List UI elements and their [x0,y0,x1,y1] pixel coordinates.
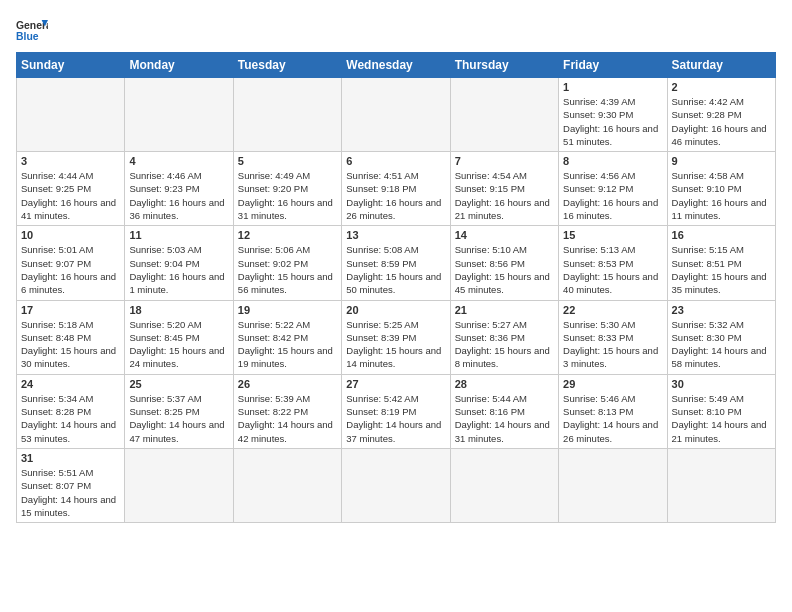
calendar-cell: 19Sunrise: 5:22 AMSunset: 8:42 PMDayligh… [233,300,341,374]
calendar-cell: 6Sunrise: 4:51 AMSunset: 9:18 PMDaylight… [342,152,450,226]
day-info: Sunrise: 4:58 AMSunset: 9:10 PMDaylight:… [672,169,771,222]
calendar-week-3: 10Sunrise: 5:01 AMSunset: 9:07 PMDayligh… [17,226,776,300]
calendar-cell: 14Sunrise: 5:10 AMSunset: 8:56 PMDayligh… [450,226,558,300]
weekday-header-monday: Monday [125,53,233,78]
day-number: 29 [563,378,662,390]
calendar-cell: 1Sunrise: 4:39 AMSunset: 9:30 PMDaylight… [559,78,667,152]
calendar-cell: 30Sunrise: 5:49 AMSunset: 8:10 PMDayligh… [667,374,775,448]
day-number: 23 [672,304,771,316]
day-number: 6 [346,155,445,167]
calendar-cell: 11Sunrise: 5:03 AMSunset: 9:04 PMDayligh… [125,226,233,300]
calendar-cell: 12Sunrise: 5:06 AMSunset: 9:02 PMDayligh… [233,226,341,300]
day-number: 11 [129,229,228,241]
logo-icon: General Blue [16,16,48,44]
calendar-cell: 9Sunrise: 4:58 AMSunset: 9:10 PMDaylight… [667,152,775,226]
calendar-cell: 20Sunrise: 5:25 AMSunset: 8:39 PMDayligh… [342,300,450,374]
calendar-cell [450,448,558,522]
day-info: Sunrise: 5:08 AMSunset: 8:59 PMDaylight:… [346,243,445,296]
calendar-cell: 2Sunrise: 4:42 AMSunset: 9:28 PMDaylight… [667,78,775,152]
day-info: Sunrise: 5:30 AMSunset: 8:33 PMDaylight:… [563,318,662,371]
calendar-cell: 28Sunrise: 5:44 AMSunset: 8:16 PMDayligh… [450,374,558,448]
day-number: 5 [238,155,337,167]
calendar-cell: 16Sunrise: 5:15 AMSunset: 8:51 PMDayligh… [667,226,775,300]
day-number: 7 [455,155,554,167]
calendar-week-1: 1Sunrise: 4:39 AMSunset: 9:30 PMDaylight… [17,78,776,152]
day-number: 9 [672,155,771,167]
weekday-header-wednesday: Wednesday [342,53,450,78]
day-info: Sunrise: 5:37 AMSunset: 8:25 PMDaylight:… [129,392,228,445]
day-info: Sunrise: 5:49 AMSunset: 8:10 PMDaylight:… [672,392,771,445]
weekday-header-friday: Friday [559,53,667,78]
weekday-header-sunday: Sunday [17,53,125,78]
day-number: 27 [346,378,445,390]
day-info: Sunrise: 4:42 AMSunset: 9:28 PMDaylight:… [672,95,771,148]
calendar-cell: 31Sunrise: 5:51 AMSunset: 8:07 PMDayligh… [17,448,125,522]
calendar-cell: 22Sunrise: 5:30 AMSunset: 8:33 PMDayligh… [559,300,667,374]
day-info: Sunrise: 4:54 AMSunset: 9:15 PMDaylight:… [455,169,554,222]
weekday-header-tuesday: Tuesday [233,53,341,78]
day-number: 21 [455,304,554,316]
calendar-cell [125,448,233,522]
day-info: Sunrise: 5:51 AMSunset: 8:07 PMDaylight:… [21,466,120,519]
day-info: Sunrise: 5:10 AMSunset: 8:56 PMDaylight:… [455,243,554,296]
day-info: Sunrise: 5:15 AMSunset: 8:51 PMDaylight:… [672,243,771,296]
weekday-header-thursday: Thursday [450,53,558,78]
day-number: 31 [21,452,120,464]
calendar-week-2: 3Sunrise: 4:44 AMSunset: 9:25 PMDaylight… [17,152,776,226]
day-info: Sunrise: 5:39 AMSunset: 8:22 PMDaylight:… [238,392,337,445]
calendar-week-6: 31Sunrise: 5:51 AMSunset: 8:07 PMDayligh… [17,448,776,522]
day-number: 20 [346,304,445,316]
day-number: 15 [563,229,662,241]
calendar-cell [233,78,341,152]
day-info: Sunrise: 5:03 AMSunset: 9:04 PMDaylight:… [129,243,228,296]
day-info: Sunrise: 5:13 AMSunset: 8:53 PMDaylight:… [563,243,662,296]
svg-text:Blue: Blue [16,31,39,42]
day-number: 25 [129,378,228,390]
day-info: Sunrise: 4:44 AMSunset: 9:25 PMDaylight:… [21,169,120,222]
day-number: 26 [238,378,337,390]
day-number: 14 [455,229,554,241]
weekday-header-saturday: Saturday [667,53,775,78]
calendar-cell [342,448,450,522]
logo: General Blue [16,16,48,44]
day-number: 28 [455,378,554,390]
calendar-cell: 21Sunrise: 5:27 AMSunset: 8:36 PMDayligh… [450,300,558,374]
calendar-cell: 8Sunrise: 4:56 AMSunset: 9:12 PMDaylight… [559,152,667,226]
day-number: 18 [129,304,228,316]
calendar-cell: 5Sunrise: 4:49 AMSunset: 9:20 PMDaylight… [233,152,341,226]
calendar-cell: 15Sunrise: 5:13 AMSunset: 8:53 PMDayligh… [559,226,667,300]
calendar-cell: 13Sunrise: 5:08 AMSunset: 8:59 PMDayligh… [342,226,450,300]
day-info: Sunrise: 4:39 AMSunset: 9:30 PMDaylight:… [563,95,662,148]
calendar-cell [125,78,233,152]
day-info: Sunrise: 5:20 AMSunset: 8:45 PMDaylight:… [129,318,228,371]
day-info: Sunrise: 4:46 AMSunset: 9:23 PMDaylight:… [129,169,228,222]
calendar-cell: 17Sunrise: 5:18 AMSunset: 8:48 PMDayligh… [17,300,125,374]
day-number: 3 [21,155,120,167]
calendar-cell: 29Sunrise: 5:46 AMSunset: 8:13 PMDayligh… [559,374,667,448]
day-number: 17 [21,304,120,316]
calendar-cell: 4Sunrise: 4:46 AMSunset: 9:23 PMDaylight… [125,152,233,226]
calendar-cell [559,448,667,522]
page-header: General Blue [16,16,776,44]
day-info: Sunrise: 4:51 AMSunset: 9:18 PMDaylight:… [346,169,445,222]
day-number: 30 [672,378,771,390]
day-number: 19 [238,304,337,316]
day-number: 4 [129,155,228,167]
calendar-cell: 27Sunrise: 5:42 AMSunset: 8:19 PMDayligh… [342,374,450,448]
day-info: Sunrise: 5:42 AMSunset: 8:19 PMDaylight:… [346,392,445,445]
day-info: Sunrise: 5:01 AMSunset: 9:07 PMDaylight:… [21,243,120,296]
day-info: Sunrise: 5:34 AMSunset: 8:28 PMDaylight:… [21,392,120,445]
day-info: Sunrise: 4:56 AMSunset: 9:12 PMDaylight:… [563,169,662,222]
day-info: Sunrise: 4:49 AMSunset: 9:20 PMDaylight:… [238,169,337,222]
day-info: Sunrise: 5:32 AMSunset: 8:30 PMDaylight:… [672,318,771,371]
calendar-cell: 10Sunrise: 5:01 AMSunset: 9:07 PMDayligh… [17,226,125,300]
day-info: Sunrise: 5:44 AMSunset: 8:16 PMDaylight:… [455,392,554,445]
calendar-cell: 23Sunrise: 5:32 AMSunset: 8:30 PMDayligh… [667,300,775,374]
calendar-cell [17,78,125,152]
day-number: 8 [563,155,662,167]
calendar-table: SundayMondayTuesdayWednesdayThursdayFrid… [16,52,776,523]
calendar-week-5: 24Sunrise: 5:34 AMSunset: 8:28 PMDayligh… [17,374,776,448]
calendar-cell [233,448,341,522]
day-number: 22 [563,304,662,316]
day-info: Sunrise: 5:22 AMSunset: 8:42 PMDaylight:… [238,318,337,371]
